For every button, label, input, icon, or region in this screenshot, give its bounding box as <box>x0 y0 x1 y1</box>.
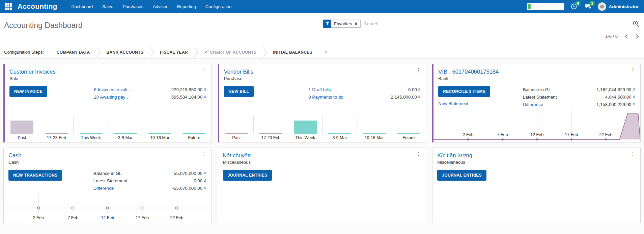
step-separator-icon <box>194 46 198 58</box>
user-name: Administrator <box>609 4 639 9</box>
step-bank-accounts[interactable]: BANK ACCOUNTS <box>101 50 149 55</box>
config-steps-label: Configuration Steps: <box>4 50 44 55</box>
stat-row: 1 Draft bills 0.00 ₫ <box>308 86 420 94</box>
stat-value: 4,044,600.00 ₫ <box>605 94 635 101</box>
kebab-menu-icon[interactable]: ⋮ <box>416 68 421 73</box>
card-cash: Cash Cash ⋮ NEW TRANSACTIONS Balance in … <box>3 148 212 223</box>
journal-type: Miscellaneous <box>437 160 635 165</box>
new-invoice-button[interactable]: NEW INVOICE <box>9 86 47 97</box>
menu-adviser[interactable]: Adviser <box>148 0 172 13</box>
journal-title[interactable]: Kết chuyển <box>223 152 251 159</box>
facet-remove-icon[interactable]: ✖ <box>354 22 357 26</box>
kebab-menu-icon[interactable]: ⋮ <box>201 152 207 156</box>
draft-bills-link[interactable]: 1 Draft bills <box>308 86 331 94</box>
activities-badge: 9 <box>575 1 581 6</box>
pager-value: 1-6 / 6 <box>605 34 618 39</box>
journal-type: Bank <box>438 76 635 81</box>
step-fiscal-year[interactable]: FISCAL YEAR <box>154 50 194 55</box>
stat-value: 229,215,950.00 ₫ <box>171 86 206 94</box>
messages-button[interactable]: 3 <box>584 2 592 11</box>
journal-type: Cash <box>8 160 206 165</box>
difference-link[interactable]: Difference <box>523 101 543 108</box>
journal-title[interactable]: Vendor Bills <box>224 69 253 75</box>
latest-statement-label: Latest Statement <box>523 94 557 101</box>
favorites-facet[interactable]: Favorites ✖ <box>323 20 361 28</box>
stat-value: 0.00 ₫ <box>408 86 420 94</box>
journal-type: Miscellaneous <box>223 160 421 165</box>
card-bank-vib: VIB - 601704060175184 Bank ⋮ RECONCILE 2… <box>432 64 641 142</box>
kebab-menu-icon[interactable]: ⋮ <box>416 152 421 156</box>
step-initial-balances[interactable]: INITIAL BALANCES <box>267 50 318 55</box>
menu-reporting[interactable]: Reporting <box>172 0 200 13</box>
kebab-menu-icon[interactable]: ⋮ <box>201 68 207 73</box>
kebab-menu-icon[interactable]: ⋮ <box>630 152 636 156</box>
cash-balance-chart[interactable]: 2 Feb7 Feb12 Feb17 Feb22 Feb <box>4 189 212 223</box>
timer-green-stripe <box>528 4 531 9</box>
search-bar: Favorites ✖ <box>323 19 639 29</box>
stat-row: Balance in GL 55,070,000.00 ₫ <box>93 170 206 177</box>
journal-title[interactable]: VIB - 601704060175184 <box>438 69 499 75</box>
reconcile-items-button[interactable]: RECONCILE 2 ITEMS <box>438 86 490 97</box>
pager-next-button[interactable] <box>635 34 639 39</box>
close-steps-icon[interactable]: ✕ <box>324 49 328 55</box>
avatar <box>598 2 606 11</box>
balance-in-gl-label: Balance in GL <box>93 170 122 177</box>
step-company-data[interactable]: COMPANY DATA <box>51 50 96 55</box>
journal-type: Purchase <box>224 76 421 81</box>
latest-statement-label: Latest Statement <box>93 177 128 185</box>
chevron-right-icon <box>635 34 639 39</box>
awaiting-payments-link[interactable]: 20 Awaiting pay… <box>94 94 130 101</box>
balance-in-gl-label: Balance in GL <box>523 86 551 94</box>
control-panel: Accounting Dashboard Favorites ✖ 1-6 / 6 <box>0 13 644 46</box>
bank-balance-chart[interactable]: 2 Feb7 Feb12 Feb17 Feb22 Feb <box>433 108 640 142</box>
pager: 1-6 / 6 <box>605 34 639 39</box>
invoices-to-validate-link[interactable]: 6 Invoices to vali… <box>94 86 132 94</box>
menu-sales[interactable]: Sales <box>97 0 118 13</box>
new-bill-button[interactable]: NEW BILL <box>224 86 254 97</box>
stat-row: 20 Awaiting pay… 565,534,184.00 ₫ <box>94 94 206 101</box>
app-switcher-icon[interactable] <box>5 3 12 10</box>
pager-previous-button[interactable] <box>624 34 628 39</box>
main-menu: Dashboard Sales Purchases Adviser Report… <box>67 0 236 13</box>
navbar-systray: 9 3 Administrator <box>527 2 641 11</box>
kebab-menu-icon[interactable]: ⋮ <box>630 68 636 73</box>
search-input[interactable] <box>361 20 633 28</box>
card-customer-invoices: Customer Invoices Sale ⋮ NEW INVOICE 6 I… <box>3 64 212 142</box>
stat-row: Balance in GL 1,162,044,829.90 ₫ <box>523 86 635 94</box>
step-chart-of-accounts[interactable]: ✔ CHART OF ACCOUNTS <box>198 50 262 55</box>
activities-button[interactable]: 9 <box>569 2 578 11</box>
stat-value: -1,158,000,229.90 ₫ <box>595 101 635 108</box>
top-navbar: Accounting Dashboard Sales Purchases Adv… <box>0 0 644 13</box>
menu-configuration[interactable]: Configuration <box>201 0 236 13</box>
page-title: Accounting Dashboard <box>4 21 83 30</box>
card-vendor-bills: Vendor Bills Purchase ⋮ NEW BILL 1 Draft… <box>218 64 426 142</box>
check-icon: ✔ <box>204 50 208 55</box>
bills-bar-chart[interactable]: Past17-23 FebThis Week3-9 Mar10-16 MarFu… <box>219 109 426 142</box>
journal-title[interactable]: K/c tiền lương <box>437 152 472 159</box>
journal-type: Sale <box>9 76 206 81</box>
menu-purchases[interactable]: Purchases <box>118 0 148 13</box>
journal-title[interactable]: Customer Invoices <box>9 69 56 75</box>
stat-row: 6 Invoices to vali… 229,215,950.00 ₫ <box>94 86 206 94</box>
card-ket-chuyen: Kết chuyển Miscellaneous ⋮ JOURNAL ENTRI… <box>218 148 426 223</box>
invoices-bar-chart[interactable]: Past17-23 FebThis Week3-9 Mar10-16 MarFu… <box>5 109 212 142</box>
payments-to-do-link[interactable]: 8 Payments to do <box>308 94 343 101</box>
journal-entries-button[interactable]: JOURNAL ENTRIES <box>223 170 272 181</box>
dashboard-kanban: Customer Invoices Sale ⋮ NEW INVOICE 6 I… <box>0 58 644 223</box>
step-separator-icon <box>96 46 101 58</box>
stat-row: 8 Payments to do 2,145,000.00 ₫ <box>308 94 420 101</box>
journal-entries-button[interactable]: JOURNAL ENTRIES <box>437 170 486 181</box>
journal-title[interactable]: Cash <box>8 152 22 159</box>
configuration-steps-bar: Configuration Steps: COMPANY DATA BANK A… <box>0 46 644 58</box>
user-menu[interactable]: Administrator <box>598 2 639 11</box>
menu-dashboard[interactable]: Dashboard <box>67 0 98 13</box>
messages-badge: 3 <box>589 1 595 6</box>
new-statement-link[interactable]: New Statement <box>438 101 468 106</box>
new-transactions-button[interactable]: NEW TRANSACTIONS <box>8 170 62 181</box>
step-separator-icon <box>149 46 154 58</box>
stat-value: 0.00 ₫ <box>194 177 206 185</box>
search-more-icon[interactable] <box>633 20 639 27</box>
app-title[interactable]: Accounting <box>18 2 57 10</box>
stat-row: Difference -1,158,000,229.90 ₫ <box>523 101 635 108</box>
timer-input[interactable] <box>527 3 564 10</box>
